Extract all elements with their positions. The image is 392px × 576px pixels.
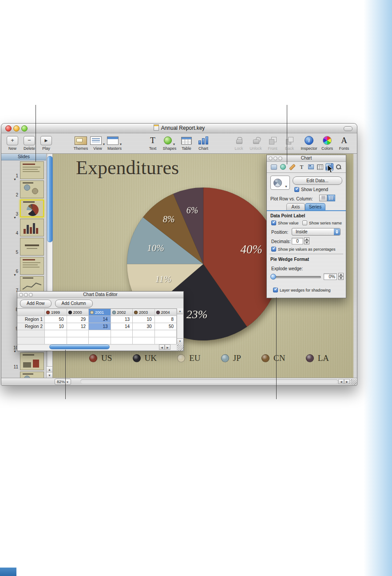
legend-item-CN[interactable]: CN: [261, 353, 285, 363]
data-cell[interactable]: 50: [155, 323, 177, 330]
slide-thumbnail[interactable]: [20, 219, 44, 236]
data-editor-resize-grip[interactable]: [177, 344, 183, 351]
disclosure-triangle-icon[interactable]: ▼: [13, 216, 16, 219]
scroll-down-arrow-icon[interactable]: ▼: [47, 372, 52, 378]
themes-button[interactable]: Themes: [72, 135, 89, 151]
new-button[interactable]: + New: [4, 135, 21, 151]
horizontal-scrollbar-track[interactable]: [80, 379, 338, 384]
data-cell[interactable]: 30: [133, 323, 155, 330]
document-inspector-icon[interactable]: [270, 163, 278, 171]
toolbar-toggle-widget[interactable]: [344, 126, 352, 131]
slide-item-3[interactable]: 3: [1, 199, 46, 218]
minimize-icon[interactable]: [24, 293, 28, 297]
slide-thumbnail[interactable]: [20, 238, 44, 256]
data-cell-empty[interactable]: [45, 330, 67, 337]
slide-thumbnail[interactable]: [20, 180, 44, 198]
show-pie-values-checkbox[interactable]: Show pie values as percentages: [271, 247, 336, 252]
explode-wedge-slider-thumb[interactable]: [270, 274, 276, 280]
tab-series[interactable]: Series: [305, 203, 325, 210]
slide-item-2[interactable]: ▼2: [1, 180, 46, 199]
slides-scrollbar-thumb[interactable]: [47, 156, 53, 242]
minimize-icon[interactable]: [273, 156, 277, 160]
show-value-checkbox[interactable]: Show value: [271, 220, 299, 225]
slide-thumbnail[interactable]: [20, 372, 44, 378]
metrics-inspector-icon[interactable]: [289, 163, 297, 171]
close-icon[interactable]: [19, 293, 23, 297]
column-header-2002[interactable]: 2002: [111, 309, 133, 316]
legend-item-US[interactable]: US: [89, 353, 112, 363]
data-cell-empty[interactable]: [111, 337, 133, 344]
data-cell[interactable]: 8: [155, 316, 177, 323]
zoom-icon[interactable]: [29, 293, 33, 297]
disclosure-triangle-icon[interactable]: ▼: [13, 273, 16, 276]
row-label[interactable]: Region 2: [17, 323, 45, 330]
row-label-empty[interactable]: [17, 337, 45, 344]
data-cell[interactable]: 29: [67, 316, 89, 323]
chart-button[interactable]: Chart: [195, 135, 212, 151]
decimals-field[interactable]: 0: [292, 238, 303, 244]
chart-type-button[interactable]: ▼: [270, 176, 290, 190]
data-cell-empty[interactable]: [89, 337, 111, 344]
legend-item-EU[interactable]: EU: [177, 353, 200, 363]
data-cell-empty[interactable]: [67, 330, 89, 337]
zoom-icon[interactable]: [278, 156, 282, 160]
data-cell[interactable]: 13: [89, 323, 111, 330]
data-cell-empty[interactable]: [89, 330, 111, 337]
table-inspector-icon[interactable]: [316, 163, 324, 171]
data-editor-vscrollbar[interactable]: ▲ ▼: [177, 308, 183, 344]
explode-wedge-stepper[interactable]: [338, 273, 344, 280]
row-label[interactable]: Region 1: [17, 316, 45, 323]
layer-wedges-checkbox[interactable]: Layer wedges for shadowing: [273, 288, 331, 292]
explode-wedge-field[interactable]: 0%: [324, 273, 337, 280]
data-cell-empty[interactable]: [155, 330, 177, 337]
checkbox-icon[interactable]: [294, 187, 299, 192]
column-header-1999[interactable]: 1999: [45, 309, 67, 316]
data-cell[interactable]: 10: [133, 316, 155, 323]
close-button[interactable]: [5, 125, 12, 132]
slide-item-11[interactable]: ▼11: [1, 352, 46, 371]
tab-axis[interactable]: Axis: [286, 203, 305, 210]
legend-item-JP[interactable]: JP: [221, 353, 241, 363]
data-cell[interactable]: 14: [89, 316, 111, 323]
zoom-control[interactable]: 82%▼: [55, 379, 71, 385]
scroll-right-arrow-icon[interactable]: ▶: [165, 344, 170, 350]
data-cell[interactable]: 10: [45, 323, 67, 330]
column-header-2001[interactable]: 2001: [89, 309, 111, 316]
checkbox-icon[interactable]: [271, 247, 276, 252]
data-cell-empty[interactable]: [45, 337, 67, 344]
fonts-button[interactable]: A Fonts: [336, 135, 352, 151]
scroll-down-arrow-icon[interactable]: ▼: [177, 338, 183, 344]
scroll-left-arrow-icon[interactable]: ◀: [159, 344, 165, 350]
explode-wedge-slider-track[interactable]: [271, 276, 321, 278]
position-popup[interactable]: Inside: [292, 228, 341, 236]
data-cell-empty[interactable]: [67, 337, 89, 344]
slide-thumbnail[interactable]: [20, 161, 44, 179]
build-inspector-icon[interactable]: [307, 163, 315, 171]
add-row-button[interactable]: Add Row: [20, 300, 51, 308]
slide-thumbnail[interactable]: [20, 352, 44, 370]
checkbox-icon[interactable]: [302, 220, 307, 225]
edit-data-button[interactable]: Edit Data...: [293, 176, 342, 185]
window-titlebar[interactable]: Annual Report.key: [1, 124, 357, 133]
show-legend-checkbox[interactable]: Show Legend: [294, 187, 328, 192]
text-inspector-icon[interactable]: T: [298, 163, 306, 171]
data-cell[interactable]: 14: [111, 323, 133, 330]
graphic-inspector-icon[interactable]: [279, 163, 287, 171]
scroll-up-arrow-icon[interactable]: ▲: [177, 308, 183, 314]
checkbox-icon[interactable]: [273, 288, 278, 292]
hscrollbar-thumb[interactable]: [49, 344, 110, 349]
minimize-button[interactable]: [13, 125, 20, 132]
inspector-button[interactable]: i Inspector: [299, 135, 319, 151]
data-cell[interactable]: 12: [67, 323, 89, 330]
play-button[interactable]: ▶ Play: [38, 135, 55, 151]
slide-item-1[interactable]: 1: [1, 161, 46, 180]
show-series-name-checkbox[interactable]: Show series name: [302, 220, 342, 225]
data-cell-empty[interactable]: [155, 337, 177, 344]
data-cell-empty[interactable]: [133, 337, 155, 344]
slide-item-12[interactable]: 12: [1, 371, 46, 378]
data-editor-titlebar[interactable]: Chart Data Editor: [17, 292, 183, 298]
text-button[interactable]: T Text: [144, 135, 161, 151]
colors-button[interactable]: Colors: [319, 135, 336, 151]
data-cell[interactable]: 13: [111, 316, 133, 323]
slide-thumbnail[interactable]: [20, 200, 44, 217]
